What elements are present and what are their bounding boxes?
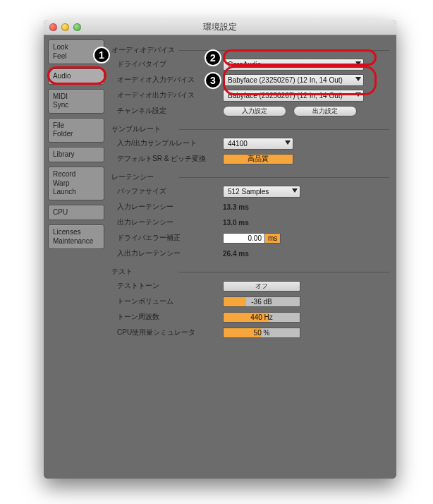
chevron-down-icon — [355, 92, 361, 97]
tab-licenses-maintenance[interactable]: Licenses Maintenance — [48, 224, 104, 249]
slider-tone-volume[interactable]: -36 dB — [223, 296, 300, 307]
section-sample-rate: サンプルレート — [109, 123, 392, 136]
tab-label: Folder — [53, 130, 99, 139]
section-test: テスト — [109, 265, 392, 278]
label-test-tone: テストトーン — [117, 281, 223, 291]
tab-label: CPU — [53, 208, 99, 217]
label-default-sr: デフォルトSR & ピッチ変換 — [117, 154, 223, 164]
main-panel: オーディオデバイス ドライバタイプ CoreAudio オーディオ入力デバイス … — [109, 40, 392, 474]
input-driver-comp[interactable]: 0.00 — [223, 233, 265, 244]
tab-record-warp-launch[interactable]: Record Warp Launch — [48, 167, 104, 200]
label-io-sr: 入力/出力サンプルレート — [117, 138, 223, 148]
tab-label: Maintenance — [53, 237, 99, 246]
value-io-latency: 26.4 ms — [223, 250, 249, 258]
dropdown-sample-rate[interactable]: 44100 — [223, 138, 293, 150]
label-driver-comp: ドライバエラー補正 — [117, 233, 223, 243]
label-driver-type: ドライバタイプ — [117, 59, 223, 69]
tab-audio[interactable]: Audio — [48, 68, 104, 85]
tab-label: MIDI — [53, 92, 99, 102]
tab-library[interactable]: Library — [48, 147, 104, 163]
dropdown-value: Babyface (23250267) (12 In, 14 Out) — [228, 76, 343, 84]
tab-label: File — [53, 121, 99, 131]
dropdown-driver-type[interactable]: CoreAudio — [223, 59, 364, 71]
tab-label: Warp — [53, 179, 99, 188]
label-in-latency: 入力レーテンシー — [117, 202, 223, 212]
sidebar: Look Feel Audio MIDI Sync File Folder Li… — [48, 40, 104, 474]
label-input-device: オーディオ入力デバイス — [117, 75, 223, 85]
titlebar: 環境設定 — [44, 20, 396, 35]
tab-label: Audio — [53, 72, 99, 81]
tab-label: Licenses — [53, 228, 99, 237]
preferences-window: 環境設定 Look Feel Audio MIDI Sync File Fold… — [44, 20, 396, 479]
tab-midi-sync[interactable]: MIDI Sync — [48, 89, 104, 114]
label-cpu-sim: CPU使用量シミュレータ — [117, 328, 223, 337]
label-channel-config: チャンネル設定 — [117, 106, 223, 116]
chevron-down-icon — [355, 77, 361, 81]
dropdown-input-device[interactable]: Babyface (23250267) (12 In, 14 Out) — [223, 74, 364, 86]
dropdown-buffer-size[interactable]: 512 Samples — [223, 186, 300, 198]
tab-label: Feel — [53, 52, 99, 61]
label-out-latency: 出力レーテンシー — [117, 217, 223, 227]
chevron-down-icon — [355, 61, 361, 66]
slider-value: 440 Hz — [250, 313, 273, 321]
value-out-latency: 13.0 ms — [223, 219, 249, 227]
dropdown-value: Babyface (23250267) (12 In, 14 Out) — [228, 92, 343, 100]
section-audio-device: オーディオデバイス — [109, 44, 392, 56]
tab-look-feel[interactable]: Look Feel — [48, 40, 104, 64]
toggle-default-sr[interactable]: 高品質 — [223, 154, 293, 164]
dropdown-value: 44100 — [228, 140, 248, 148]
dropdown-value: 512 Samples — [228, 188, 269, 196]
label-tone-freq: トーン周波数 — [117, 312, 223, 322]
input-config-button[interactable]: 入力設定 — [223, 106, 286, 116]
tab-label: Launch — [53, 188, 99, 197]
tab-label: Library — [53, 150, 99, 160]
tab-file-folder[interactable]: File Folder — [48, 118, 104, 143]
label-io-latency: 入出力レーテンシー — [117, 248, 223, 258]
chevron-down-icon — [285, 140, 291, 145]
value-in-latency: 13.3 ms — [223, 203, 249, 211]
tab-cpu[interactable]: CPU — [48, 205, 104, 221]
window-title: 環境設定 — [44, 21, 396, 33]
section-latency: レーテンシー — [109, 171, 392, 184]
label-tone-volume: トーンボリューム — [117, 296, 223, 306]
tab-label: Record — [53, 170, 99, 179]
dropdown-output-device[interactable]: Babyface (23250267) (12 In, 14 Out) — [223, 90, 364, 102]
label-buffer: バッファサイズ — [117, 186, 223, 196]
slider-value: 50 % — [254, 329, 270, 337]
unit-ms: ms — [265, 233, 281, 244]
dropdown-value: CoreAudio — [228, 61, 261, 68]
tab-label: Look — [53, 43, 99, 52]
output-config-button[interactable]: 出力設定 — [293, 106, 357, 116]
label-output-device: オーディオ出力デバイス — [117, 90, 223, 100]
slider-tone-freq[interactable]: 440 Hz — [223, 312, 300, 323]
chevron-down-icon — [292, 188, 298, 193]
toggle-test-tone[interactable]: オフ — [223, 281, 300, 292]
slider-cpu-sim[interactable]: 50 % — [223, 328, 300, 338]
tab-label: Sync — [53, 101, 99, 110]
slider-value: -36 dB — [251, 298, 272, 306]
